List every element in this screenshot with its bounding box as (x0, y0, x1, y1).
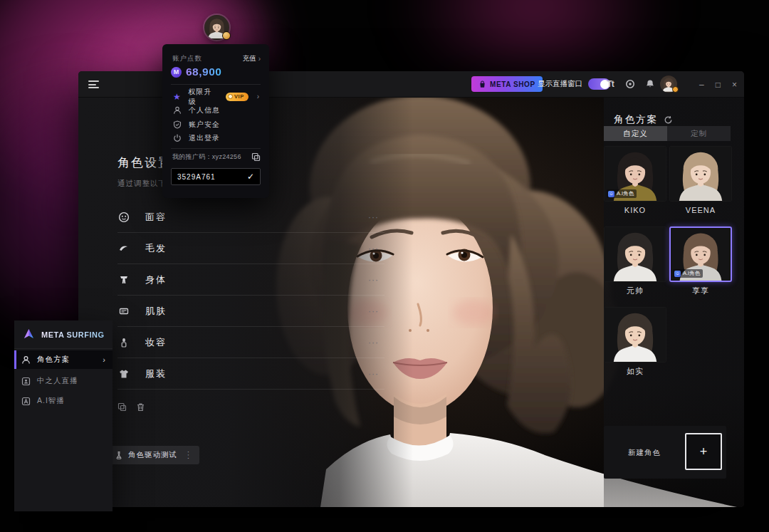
copy-icon[interactable] (251, 152, 261, 162)
face-icon (117, 211, 130, 223)
main-sidebar: META SURFING 角色方案 › 中之人直播 A.I智播 (14, 320, 113, 511)
refresh-icon[interactable] (664, 115, 673, 125)
chevron-right-icon: › (258, 55, 261, 63)
account-menu: ★ 权限升级 VIP › 个人信息 账户安全 (162, 90, 269, 145)
character-name: 享享 (669, 282, 732, 299)
character-name: 元帅 (604, 282, 666, 299)
avatar-image (605, 227, 666, 281)
more-vertical-icon[interactable]: ··· (184, 451, 192, 460)
menu-item-upgrade[interactable]: ★ 权限升级 VIP › (162, 90, 269, 104)
character-cards: ☺ A.I角色 KIKO VEENA (604, 146, 735, 380)
meta-surfing-logo (21, 327, 36, 342)
settings-item-face[interactable]: 面容 ··· (117, 202, 384, 233)
tab-custom[interactable]: 自定义 (604, 126, 667, 141)
menu-item-security[interactable]: 账户安全 (162, 118, 269, 132)
character-plan-title: 角色方案 (614, 113, 658, 126)
ai-icon (21, 397, 31, 406)
coin-icon: M (171, 67, 182, 78)
sidebar-item-live-presenter[interactable]: 中之人直播 (14, 372, 113, 390)
promo-code-input[interactable] (172, 173, 247, 181)
character-name: KIKO (604, 202, 666, 219)
new-character-button[interactable]: + (685, 433, 722, 470)
account-avatar-vip-badge (222, 31, 231, 40)
star-icon: ★ (172, 92, 182, 101)
character-drive-test-button[interactable]: 角色驱动测试 ··· (108, 446, 199, 464)
account-dropdown: 账户点数 充值 › M 68,900 ★ 权限升级 VIP › (162, 44, 269, 198)
menu-item-profile[interactable]: 个人信息 (162, 104, 269, 118)
power-icon (172, 134, 182, 143)
new-character-block: 新建角色 + (604, 426, 726, 479)
ai-role-badge: ☺ A.I角色 (607, 189, 637, 198)
sidebar-item-label: A.I智播 (37, 396, 65, 406)
avatar-image (605, 308, 666, 362)
settings-item-makeup[interactable]: 妆容 ··· (117, 327, 384, 358)
tab-preset[interactable]: 定制 (667, 126, 731, 141)
character-card-xiangxiang[interactable]: ☺ A.I角色 享享 (669, 226, 732, 299)
settings-mini-toolbar (117, 402, 145, 412)
more-icon[interactable]: ··· (368, 244, 379, 254)
presenter-icon (21, 377, 31, 386)
character-plan-panel: 角色方案 自定义 定制 ☺ A.I角色 (604, 98, 744, 507)
character-thumbnail (669, 146, 732, 202)
close-button[interactable]: × (732, 80, 737, 89)
chevron-right-icon: › (257, 93, 259, 100)
settings-icon[interactable] (624, 78, 637, 90)
points-value: 68,900 (186, 66, 221, 78)
character-card-kiko[interactable]: ☺ A.I角色 KIKO (604, 146, 666, 219)
skin-icon (117, 305, 130, 317)
sidebar-item-label: 角色方案 (37, 355, 70, 365)
character-thumbnail (604, 226, 666, 282)
character-name: VEENA (669, 202, 732, 219)
settings-item-body[interactable]: 身体 ··· (117, 264, 384, 296)
live-window-toggle-group: 显示直播窗口 (538, 78, 610, 90)
meta-shop-button[interactable]: META SHOP (471, 76, 543, 92)
settings-item-label: 身体 (145, 273, 167, 286)
flask-icon (115, 451, 123, 459)
avatar-vip-badge (672, 86, 679, 93)
points-value-row: M 68,900 (171, 66, 221, 78)
character-card-veena[interactable]: VEENA (669, 146, 732, 219)
character-card-rushi[interactable]: 如实 (604, 307, 666, 380)
more-icon[interactable]: ··· (368, 212, 379, 222)
more-icon[interactable]: ··· (368, 369, 379, 379)
minimize-button[interactable]: – (699, 80, 704, 89)
notification-bell-icon[interactable] (644, 78, 656, 90)
character-thumbnail: ☺ A.I角色 (669, 226, 732, 282)
character-card-yuanshuai[interactable]: 元帅 (604, 226, 666, 299)
menu-item-logout[interactable]: 退出登录 (162, 132, 269, 146)
settings-item-skin[interactable]: 肌肤 ··· (117, 296, 384, 327)
promo-code-field: ✓ (171, 168, 261, 185)
chevron-right-icon: › (103, 355, 105, 364)
check-icon: ✓ (247, 172, 260, 182)
character-name: 如实 (604, 363, 666, 380)
text-size-icon[interactable]: Tt (604, 78, 617, 90)
settings-item-label: 妆容 (145, 336, 167, 349)
drive-test-label: 角色驱动测试 (128, 450, 177, 460)
copy-icon[interactable] (117, 402, 127, 412)
recharge-button[interactable]: 充值 › (243, 54, 261, 63)
trash-icon[interactable] (136, 402, 145, 412)
settings-item-hair[interactable]: 毛发 ··· (117, 233, 384, 264)
ai-role-badge: ☺ A.I角色 (673, 269, 703, 278)
sidebar-item-character-plan[interactable]: 角色方案 › (14, 350, 113, 369)
makeup-icon (117, 336, 130, 348)
vip-badge: VIP (226, 93, 249, 101)
promo-code-row: 我的推广码：xyz24256 (172, 152, 261, 162)
menu-icon[interactable] (88, 80, 99, 88)
divider (171, 84, 261, 85)
character-thumbnail: ☺ A.I角色 (604, 146, 666, 202)
character-plan-header: 角色方案 (614, 113, 673, 126)
hair-icon (117, 242, 130, 254)
person-icon (21, 355, 31, 365)
character-thumbnail (604, 307, 666, 363)
character-plan-tabs: 自定义 定制 (604, 126, 731, 141)
screen: META SHOP 显示直播窗口 Tt – □ × (0, 0, 769, 532)
points-row: 账户点数 充值 › (172, 54, 261, 63)
settings-item-clothing[interactable]: 服装 ··· (117, 358, 384, 390)
sidebar-item-ai-broadcast[interactable]: A.I智播 (14, 392, 113, 410)
more-icon[interactable]: ··· (368, 275, 379, 285)
more-icon[interactable]: ··· (368, 338, 379, 348)
maximize-button[interactable]: □ (716, 80, 721, 89)
shield-icon (172, 120, 182, 129)
more-icon[interactable]: ··· (368, 306, 379, 316)
